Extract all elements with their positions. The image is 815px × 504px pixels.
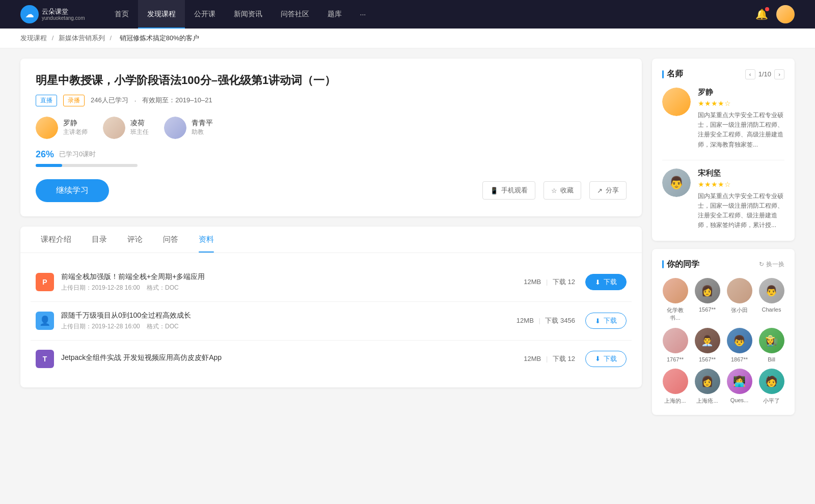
resource-stats-0: 12MB | 下载 12 [524, 277, 575, 287]
nav-item-home[interactable]: 首页 [105, 0, 138, 29]
resource-icon-2: T [36, 350, 54, 368]
classmates-title: 你的同学 [662, 259, 699, 270]
tab-catalog[interactable]: 目录 [82, 227, 117, 253]
progress-header: 26% 已学习0课时 [36, 149, 627, 160]
pg-prev-button[interactable]: ‹ [745, 69, 755, 79]
classmate-name-7: Bill [768, 356, 775, 362]
progress-label: 已学习0课时 [59, 150, 96, 159]
nav-item-news[interactable]: 新闻资讯 [225, 0, 271, 29]
continue-button[interactable]: 继续学习 [36, 179, 109, 202]
course-meta: 直播 录播 246人已学习 · 有效期至：2019–10–21 [36, 95, 627, 106]
download-button-1[interactable]: ⬇ 下载 [585, 313, 627, 329]
share-button[interactable]: ↗ 分享 [589, 181, 627, 200]
breadcrumb: 发现课程 / 新媒体营销系列 / 销冠修炼术搞定80%的客户 [0, 29, 815, 48]
user-avatar-nav[interactable] [776, 5, 795, 23]
classmate-avatar-4 [663, 328, 688, 353]
classmate-name-0: 化学教书... [662, 306, 688, 322]
classmate-10: 👩‍💻 Ques... [726, 369, 752, 405]
classmate-name-6: 1867** [731, 356, 748, 362]
classmate-4: 1767** [662, 328, 688, 362]
classmate-avatar-7: 👩‍🌾 [759, 328, 784, 353]
progress-section: 26% 已学习0课时 [36, 149, 627, 167]
classmate-avatar-3: 👨 [759, 278, 784, 303]
classmate-11: 🧑 小平了 [758, 369, 784, 405]
main-container: 明星中教授课，小学阶段语法100分–强化级第1讲动词（一） 直播 录播 246人… [0, 48, 815, 433]
resource-name-1: 跟随千万级项目从0到100全过程高效成长 [61, 311, 517, 320]
logo[interactable]: ☁ 云朵课堂 yunduoketang.com [20, 5, 85, 23]
resource-icon-0: P [36, 273, 54, 291]
resource-format-0: 格式：DOC [147, 284, 179, 291]
teachers-sidebar-title: 名师 [662, 69, 683, 79]
tab-qa[interactable]: 问答 [153, 227, 188, 253]
resource-size-0: 12MB [524, 278, 541, 286]
sidebar-teacher-1: 👨 宋利坚 ★★★★☆ 国内某重点大学安全工程专业硕士，国家一级注册消防工程师、… [662, 169, 784, 231]
mobile-icon: 📱 [490, 187, 498, 194]
sidebar-teacher-detail-1: 宋利坚 ★★★★☆ 国内某重点大学安全工程专业硕士，国家一级注册消防工程师、注册… [698, 169, 784, 231]
breadcrumb-series[interactable]: 新媒体营销系列 [59, 34, 105, 42]
refresh-button[interactable]: ↻ 换一换 [759, 260, 784, 269]
refresh-label: 换一换 [766, 260, 784, 269]
teacher-info-0: 罗静 主讲老师 [63, 119, 88, 136]
sidebar-teacher-detail-0: 罗静 ★★★★☆ 国内某重点大学安全工程专业硕士，国家一级注册消防工程师、注册安… [698, 88, 784, 150]
mobile-watch-button[interactable]: 📱 手机观看 [482, 181, 535, 200]
classmate-name-5: 1567** [699, 356, 716, 362]
tab-comments[interactable]: 评论 [117, 227, 153, 253]
resource-info-2: Jetpack全组件实战 开发短视频应用高仿皮皮虾App [61, 353, 524, 365]
progress-pct: 26% [36, 149, 54, 160]
sidebar-teacher-stars-0: ★★★★☆ [698, 99, 784, 107]
nav-item-more[interactable]: ··· [351, 0, 375, 29]
content-area: 明星中教授课，小学阶段语法100分–强化级第1讲动词（一） 直播 录播 246人… [20, 59, 642, 423]
teacher-item-0: 罗静 主讲老师 [36, 117, 88, 139]
bell-icon[interactable]: 🔔 [755, 8, 768, 20]
classmate-name-3: Charles [762, 306, 781, 313]
classmate-name-1: 1567** [699, 306, 716, 313]
sidebar-teacher-img-1: 👨 [662, 169, 691, 197]
students-count: 246人已学习 [91, 96, 128, 105]
teacher-avatar-0 [36, 117, 58, 139]
sidebar-teacher-name-1: 宋利坚 [698, 169, 784, 178]
pg-next-button[interactable]: › [774, 69, 784, 79]
resource-downloads-1: 下载 3456 [545, 317, 575, 324]
classmates-card: 你的同学 ↻ 换一换 化学教书... 👩 1567** 张小田 [652, 249, 795, 415]
classmate-name-2: 张小田 [731, 306, 748, 314]
download-button-0[interactable]: ⬇ 下载 [585, 274, 627, 290]
teacher-info-1: 凌荷 班主任 [130, 119, 149, 136]
resource-downloads-2: 下载 12 [553, 355, 575, 362]
download-label-2: 下载 [604, 354, 617, 363]
classmate-avatar-8 [663, 369, 688, 394]
tab-intro[interactable]: 课程介绍 [31, 227, 82, 253]
nav-item-quiz[interactable]: 题库 [318, 0, 351, 29]
download-icon-0: ⬇ [595, 278, 601, 286]
sidebar: 名师 ‹ 1/10 › 罗静 ★★★★☆ 国内某重点大学安全工程专业硕士，国家一… [652, 59, 795, 423]
resource-info-1: 跟随千万级项目从0到100全过程高效成长 上传日期：2019-12-28 16:… [61, 311, 517, 331]
share-icon: ↗ [597, 187, 603, 194]
download-button-2[interactable]: ⬇ 下载 [585, 351, 627, 367]
resource-icon-1: 👤 [36, 312, 54, 330]
mobile-watch-label: 手机观看 [501, 186, 528, 195]
progress-bar-bg [36, 164, 138, 167]
nav-item-open[interactable]: 公开课 [185, 0, 225, 29]
teacher-avatar-img-2 [164, 117, 186, 139]
classmate-name-9: 上海疮... [696, 397, 718, 405]
download-label-1: 下载 [604, 316, 617, 325]
classmate-avatar-1: 👩 [695, 278, 720, 303]
classmate-2: 张小田 [726, 278, 752, 322]
resource-date-1: 上传日期：2019-12-28 16:00 [61, 323, 140, 330]
resource-stats-2: 12MB | 下载 12 [524, 354, 575, 363]
nav-item-qa[interactable]: 问答社区 [271, 0, 318, 29]
resource-meta-1: 上传日期：2019-12-28 16:00 格式：DOC [61, 322, 517, 331]
classmate-name-11: 小平了 [763, 397, 780, 405]
navbar: ☁ 云朵课堂 yunduoketang.com 首页 发现课程 公开课 新闻资讯… [0, 0, 815, 29]
nav-item-courses[interactable]: 发现课程 [138, 0, 185, 29]
classmate-avatar-0 [663, 278, 688, 303]
classmate-5: 👨‍💼 1567** [694, 328, 720, 362]
sidebar-teacher-avatar-1: 👨 [662, 169, 691, 197]
collect-button[interactable]: ☆ 收藏 [544, 181, 581, 200]
breadcrumb-courses[interactable]: 发现课程 [20, 34, 47, 42]
classmate-1: 👩 1567** [694, 278, 720, 322]
classmate-avatar-9: 👩 [695, 369, 720, 394]
resource-meta-0: 上传日期：2019-12-28 16:00 格式：DOC [61, 284, 524, 292]
classmates-header: 你的同学 ↻ 换一换 [662, 259, 784, 270]
breadcrumb-sep-1: / [52, 34, 56, 42]
tab-resources[interactable]: 资料 [188, 227, 224, 253]
